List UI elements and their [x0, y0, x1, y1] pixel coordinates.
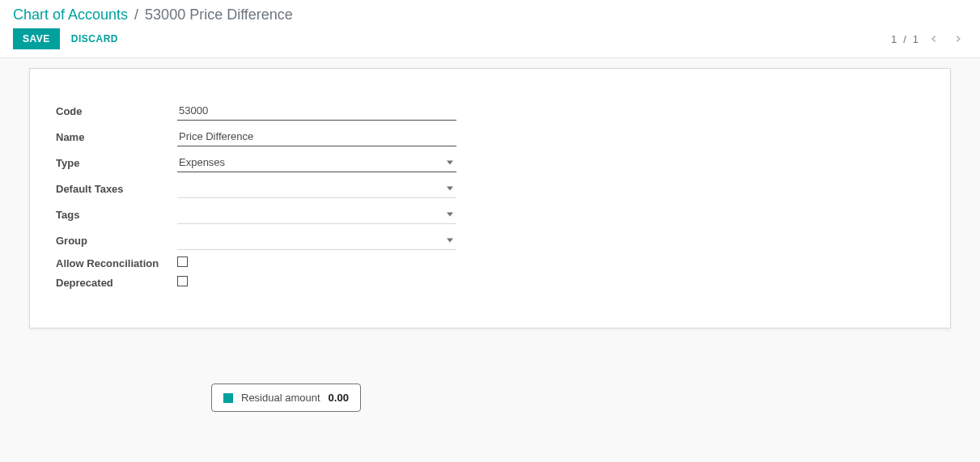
breadcrumb-separator: / [134, 6, 138, 23]
code-input[interactable] [177, 101, 456, 121]
pager: 1 / 1 [891, 30, 967, 48]
form-sheet: Code Name Type Default Taxes [29, 68, 951, 328]
breadcrumb-current: 53000 Price Difference [145, 6, 293, 23]
label-allow-reconciliation: Allow Reconciliation [56, 257, 177, 269]
legend-value: 0.00 [329, 392, 349, 404]
legend-label: Residual amount [241, 392, 320, 404]
action-row: SAVE DISCARD 1 / 1 [13, 28, 967, 49]
chevron-right-icon [952, 33, 964, 45]
default-taxes-select[interactable] [177, 179, 456, 198]
breadcrumb: Chart of Accounts / 53000 Price Differen… [13, 6, 967, 23]
label-tags: Tags [56, 209, 177, 221]
name-input[interactable] [177, 127, 456, 146]
topbar: Chart of Accounts / 53000 Price Differen… [0, 0, 980, 58]
page-wrap: Code Name Type Default Taxes [0, 58, 980, 444]
pager-separator: / [903, 33, 906, 45]
pager-total: 1 [913, 33, 918, 45]
action-left: SAVE DISCARD [13, 28, 118, 49]
chevron-left-icon [928, 33, 940, 45]
legend-box: Residual amount 0.00 [211, 384, 361, 412]
label-default-taxes: Default Taxes [56, 183, 177, 195]
label-group: Group [56, 235, 177, 247]
type-select[interactable] [177, 153, 456, 172]
deprecated-checkbox[interactable] [177, 276, 188, 286]
discard-button[interactable]: DISCARD [71, 28, 118, 49]
pager-next-button[interactable] [949, 30, 967, 48]
pager-current: 1 [891, 33, 897, 45]
pager-prev-button[interactable] [925, 30, 943, 48]
breadcrumb-root-link[interactable]: Chart of Accounts [13, 6, 128, 23]
allow-reconciliation-checkbox[interactable] [177, 256, 188, 267]
form-table: Code Name Type Default Taxes [56, 101, 924, 289]
save-button[interactable]: SAVE [13, 28, 60, 49]
legend-swatch [223, 393, 233, 403]
tags-select[interactable] [177, 205, 456, 224]
label-deprecated: Deprecated [56, 277, 177, 289]
label-name: Name [56, 131, 177, 143]
label-code: Code [56, 105, 177, 117]
label-type: Type [56, 157, 177, 169]
group-select[interactable] [177, 231, 456, 250]
